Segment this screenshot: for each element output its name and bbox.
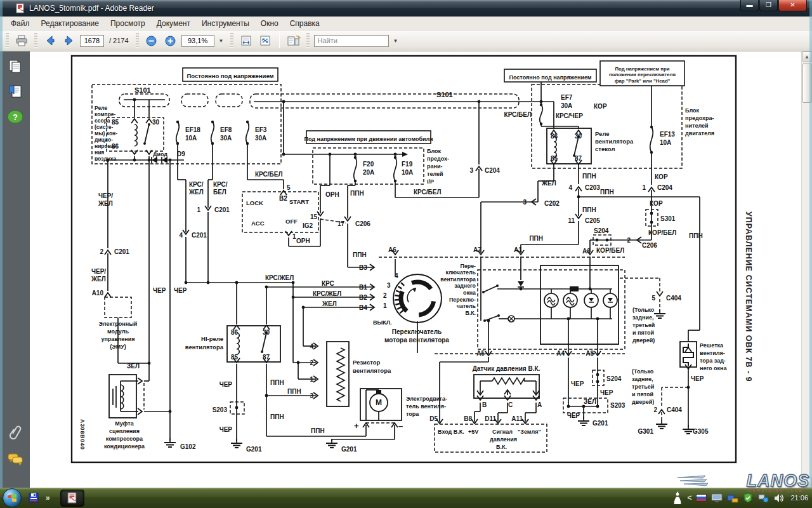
- diagram-label: +5V: [468, 429, 478, 435]
- diagram-label: нителей: [685, 123, 709, 129]
- attachments-panel-button[interactable]: [7, 424, 23, 441]
- find-dropdown-arrow[interactable]: ▼: [391, 38, 400, 44]
- minimize-button[interactable]: ▬: [740, 0, 759, 11]
- toolbar-separator: [279, 33, 280, 48]
- diagram-label: ЧЕР: [219, 381, 233, 388]
- diagram-label: 2: [310, 359, 313, 366]
- diagram-label: Вход В.К.: [438, 429, 464, 435]
- page-total: / 2174: [109, 37, 129, 44]
- diagram-label: КРС/БЕЛ: [414, 189, 441, 196]
- scrollbar-thumb[interactable]: [802, 64, 812, 103]
- menu-item[interactable]: Редактирование: [36, 18, 105, 29]
- diagram-label: Сигнал: [492, 429, 513, 435]
- diagram-label: IG2: [303, 222, 313, 229]
- comments-panel-button[interactable]: [7, 451, 23, 467]
- pages-icon: [8, 58, 23, 74]
- diagram-label: заднего: [454, 283, 476, 289]
- menu-item[interactable]: Окно: [255, 18, 284, 29]
- diagram-label: Датчик давления В.К.: [473, 365, 540, 372]
- diagram-label: ссора: [95, 117, 110, 124]
- diagram-label: КОР: [650, 200, 663, 207]
- zoom-in-button[interactable]: [162, 32, 179, 49]
- diagram-label: КРС/: [189, 181, 204, 188]
- diagram-label: КРС/БЕЛ: [255, 171, 282, 178]
- menu-bar: Файл Редактирование Просмотр Документ Ин…: [0, 17, 812, 30]
- diagram-label: рани-: [427, 163, 442, 170]
- diagram-label: третьей: [632, 322, 655, 328]
- language-flag-icon[interactable]: [696, 494, 707, 502]
- update-shield-tray-icon[interactable]: [743, 493, 753, 503]
- back-arrow-icon: [44, 35, 56, 46]
- diagram-label: A: [537, 401, 542, 408]
- find-input[interactable]: Найти: [314, 35, 389, 47]
- menu-item[interactable]: Документ: [151, 18, 196, 29]
- diagram-label: HI-реле: [201, 335, 223, 342]
- close-button[interactable]: ✕: [778, 0, 807, 11]
- next-page-button[interactable]: [61, 32, 77, 49]
- toolbar-grip: [6, 33, 9, 48]
- volume-tray-icon[interactable]: [773, 493, 783, 503]
- diagram-label: 30: [152, 119, 160, 126]
- document-area[interactable]: MПостоянно под напряжениемПостоянно под …: [30, 51, 801, 488]
- quick-launch-overflow[interactable]: »: [46, 493, 50, 502]
- scroll-up-arrow[interactable]: ▲: [802, 51, 812, 62]
- vertical-label: А308В040: [79, 419, 86, 450]
- taskbar-app-button[interactable]: [60, 490, 84, 507]
- diagram-label: телей: [427, 171, 443, 177]
- zoom-dropdown-arrow[interactable]: ▼: [217, 38, 226, 44]
- diagram-label: ППН: [353, 251, 367, 258]
- display-tray-icon[interactable]: [711, 493, 723, 503]
- print-button[interactable]: [13, 32, 30, 49]
- title-bar[interactable]: LANOS_5tomnik.pdf - Adobe Reader ▬ ❐ ✕: [0, 0, 812, 17]
- menu-item[interactable]: Справка: [284, 18, 325, 29]
- diagram-label: и пятой: [632, 330, 654, 336]
- previous-page-button[interactable]: [42, 32, 58, 49]
- diagram-label: 10A: [185, 135, 197, 142]
- page-number-input[interactable]: [80, 35, 104, 47]
- bookmarks-panel-button[interactable]: [7, 83, 23, 100]
- diagram-label: A5: [476, 350, 485, 357]
- diagram-label: C204: [485, 167, 500, 174]
- diagram-label: C204: [657, 184, 672, 191]
- fit-width-button[interactable]: [238, 32, 254, 49]
- maximize-button[interactable]: ❐: [759, 0, 778, 11]
- tray-chevron[interactable]: <: [687, 493, 691, 502]
- start-button[interactable]: [3, 488, 22, 507]
- diagram-label: B8: [464, 415, 472, 422]
- vertical-label: УПРАВЛЕНИЕ СИСТЕМАМИ ОВК 7В - 9: [744, 211, 753, 382]
- diagram-label: чатель: [457, 303, 476, 309]
- diagram-label: B1: [359, 284, 367, 291]
- diagram-label: 5: [652, 295, 655, 302]
- network-tray-icon[interactable]: [727, 493, 738, 503]
- adobe-reader-window: LANOS_5tomnik.pdf - Adobe Reader ▬ ❐ ✕ Ф…: [0, 0, 812, 488]
- diagram-label: F19: [402, 161, 413, 168]
- diagram-label: 11: [568, 217, 575, 224]
- diagram-label: КРС/ЖЕЛ: [313, 290, 341, 297]
- svg-text:?: ?: [13, 112, 18, 122]
- vertical-scrollbar[interactable]: ▲ ▼: [801, 51, 812, 488]
- taskbar-clock[interactable]: 21:06: [790, 494, 808, 502]
- diagram-label: КРС/ЖЕЛ: [265, 274, 294, 281]
- diagram-label: давления: [490, 436, 517, 443]
- diagram-label: (ЭМУ): [110, 344, 126, 350]
- pages-panel-button[interactable]: [7, 58, 23, 74]
- help-badge-button[interactable]: ?: [7, 109, 23, 125]
- menu-item[interactable]: Файл: [5, 18, 36, 29]
- network-status-tray-icon[interactable]: [757, 493, 769, 503]
- page-display-button[interactable]: [285, 32, 302, 49]
- diagram-label: (систе-: [95, 124, 113, 130]
- menu-item[interactable]: Инструменты: [196, 18, 255, 29]
- zoom-level-box[interactable]: 93,1%: [181, 35, 214, 47]
- menu-item[interactable]: Просмотр: [105, 18, 151, 29]
- diagram-label: 15: [310, 213, 318, 220]
- quick-launch-icon[interactable]: [28, 492, 39, 504]
- fit-page-button[interactable]: [257, 32, 273, 49]
- diagram-label: A6: [388, 246, 396, 253]
- diagram-label: 85: [231, 354, 239, 361]
- zoom-out-button[interactable]: [143, 32, 160, 49]
- tray-app-silhouette-icon[interactable]: [672, 490, 683, 505]
- diagram-label: C201: [214, 206, 230, 213]
- diagram-label: КОР: [594, 103, 607, 110]
- printer-icon: [15, 35, 28, 46]
- zoom-level: 93,1%: [188, 37, 207, 44]
